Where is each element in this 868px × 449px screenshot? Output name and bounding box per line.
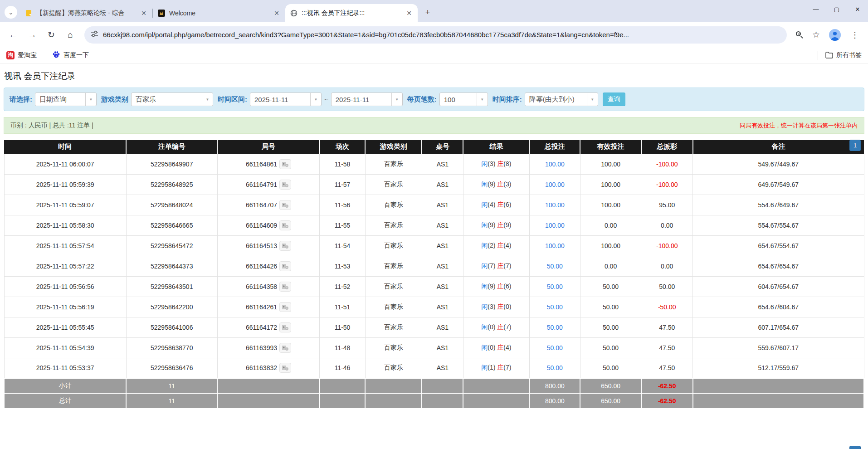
empty-cell [365,378,422,393]
game-type: 百家乐 [365,276,422,297]
tab-search-icon[interactable]: ⌄ [5,6,17,19]
video-replay-icon[interactable] [279,343,291,353]
bookmark-taobao[interactable]: 淘 爱淘宝 [6,51,37,59]
home-icon[interactable]: ⌂ [63,27,78,43]
bookmark-baidu[interactable]: 百度一下 [52,50,89,60]
zoom-icon[interactable] [796,31,803,39]
browser-tab-2[interactable]: Welcome ✕ [153,4,285,22]
subtotal-count: 11 [126,378,217,393]
chevron-down-icon[interactable]: ▼ [202,93,213,106]
result: 闲(2) 庄(4) [463,235,529,256]
query-mode-select[interactable]: 日期查询 ▼ [35,93,97,106]
bookmark-star-icon[interactable]: ☆ [812,29,820,40]
round-cell: 661164358 [217,276,320,297]
video-replay-icon[interactable] [279,322,291,332]
session-number: 11-54 [320,235,365,256]
query-button[interactable]: 查询 [603,93,625,106]
bet-time: 2025-11-11 05:54:39 [4,337,126,358]
video-replay-icon[interactable] [279,241,291,251]
site-settings-icon[interactable] [91,30,98,39]
browser-tab-1[interactable]: 【新提醒】海燕策略论坛 - 综合 ✕ [20,4,152,22]
tab-close-icon[interactable]: ✕ [405,9,413,17]
valid-bet: 50.00 [580,358,641,378]
minimize-button[interactable]: — [805,0,826,18]
valid-bet: 100.00 [580,174,641,195]
valid-bet: 50.00 [580,337,641,358]
total-bet[interactable]: 100.00 [529,195,580,215]
video-replay-icon[interactable] [279,282,291,292]
time-sort-select[interactable]: 降幂(由大到小) ▼ [525,93,598,106]
table-code: AS1 [422,154,463,174]
round-id: 661164861 [246,161,277,168]
table-code: AS1 [422,235,463,256]
forward-icon[interactable]: → [24,27,40,43]
video-replay-icon[interactable] [279,180,291,190]
total-bet[interactable]: 100.00 [529,174,580,195]
round-cell: 661164707 [217,195,320,215]
profile-avatar[interactable] [829,29,841,41]
video-replay-icon[interactable] [279,261,291,271]
url-text[interactable]: 66cxkj98.com/ipl/portal.php/game/betreco… [103,31,780,39]
chevron-down-icon[interactable]: ▼ [310,93,321,106]
bet-id: 522958641006 [126,317,217,337]
table-code: AS1 [422,195,463,215]
result: 闲(7) 庄(7) [463,256,529,276]
close-button[interactable]: ✕ [847,0,868,18]
page-1-button[interactable]: 1 [849,446,861,449]
table-row: 2025-11-11 05:59:39522958648925661164791… [4,174,864,195]
round-id: 661164172 [246,324,277,331]
per-page-select[interactable]: 100 ▼ [439,93,488,106]
remark: 512.17/559.67 [693,358,864,378]
browser-tab-3-active[interactable]: :::视讯 会员下注纪录::: ✕ [285,4,418,22]
total-bet[interactable]: 100.00 [529,215,580,235]
date-from-input[interactable]: 2025-11-11 ▼ [250,93,322,106]
video-replay-icon[interactable] [279,363,291,373]
total-bet[interactable]: 50.00 [529,297,580,317]
back-icon[interactable]: ← [5,27,21,43]
reload-icon[interactable]: ↻ [44,27,59,43]
chevron-down-icon[interactable]: ▼ [85,93,96,106]
chevron-down-icon[interactable]: ▼ [477,93,488,106]
currency-total-text: 币别 : 人民币 | 总共 :11 注单 | [10,122,93,130]
video-replay-icon[interactable] [279,220,291,230]
total-bet[interactable]: 100.00 [529,235,580,256]
bet-time: 2025-11-11 05:59:39 [4,174,126,195]
date-to-input[interactable]: 2025-11-11 ▼ [331,93,403,106]
game-type: 百家乐 [365,195,422,215]
game-type-select[interactable]: 百家乐 ▼ [131,93,213,106]
video-replay-icon[interactable] [279,302,291,312]
table-row: 2025-11-11 06:00:07522958649907661164861… [4,154,864,174]
total-count: 11 [126,393,217,408]
total-bet[interactable]: 50.00 [529,337,580,358]
table-row: 2025-11-11 05:59:07522958648024661164707… [4,195,864,215]
result: 闲(0) 庄(7) [463,317,529,337]
payout: -100.00 [641,235,693,256]
round-id: 661164358 [246,283,277,290]
bet-time: 2025-11-11 05:57:54 [4,235,126,256]
subtotal-valid-bet: 650.00 [580,378,641,393]
new-tab-button[interactable]: + [421,6,434,19]
chevron-down-icon[interactable]: ▼ [587,93,598,106]
bet-id: 522958645472 [126,235,217,256]
bet-id: 522958636476 [126,358,217,378]
total-bet[interactable]: 50.00 [529,256,580,276]
all-bookmarks-button[interactable]: 所有书签 [825,51,862,59]
empty-cell [365,393,422,408]
round-cell: 661163832 [217,358,320,378]
total-bet[interactable]: 50.00 [529,317,580,337]
page-1-button[interactable]: 1 [849,140,861,151]
total-bet[interactable]: 50.00 [529,276,580,297]
tab-close-icon[interactable]: ✕ [140,9,148,17]
total-bet[interactable]: 100.00 [529,154,580,174]
video-replay-icon[interactable] [279,200,291,210]
total-bet[interactable]: 50.00 [529,358,580,378]
chrome-menu-icon[interactable]: ⋮ [847,30,863,40]
video-replay-icon[interactable] [279,159,291,169]
maximize-button[interactable]: ▢ [826,0,847,18]
chevron-down-icon[interactable]: ▼ [391,93,402,106]
session-number: 11-52 [320,276,365,297]
tab-close-icon[interactable]: ✕ [273,9,281,17]
address-bar[interactable]: 66cxkj98.com/ipl/portal.php/game/betreco… [84,26,787,44]
table-code: AS1 [422,256,463,276]
round-id: 661163993 [246,344,277,351]
